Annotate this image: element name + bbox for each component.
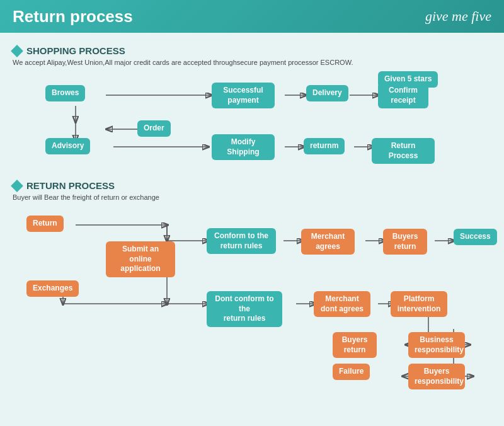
delivery-box: Delivery [306,85,348,101]
main-content: SHOPPING PROCESS We accept Alipay,West U… [0,33,504,398]
page-title: Return process [13,7,133,26]
submit-application-box: Submit an onlineapplication [106,241,175,277]
business-responsibility-box: Businessresponsibility [408,332,465,358]
returnm-box: returnm [304,138,345,154]
successful-payment-box: Successfulpayment [212,83,275,108]
confirm-receipt-box: Confirmreceipt [378,83,428,108]
modify-shipping-box: ModifyShipping [212,134,275,160]
advisory-label: Advisory [45,138,90,154]
order-label: Order [137,120,171,137]
delivery-label: Delivery [306,85,348,101]
business-responsibility-label: Businessresponsibility [408,332,465,358]
failure-box: Failure [333,364,370,380]
returnm-label: returnm [304,138,345,154]
buyers-responsibility-label: Buyersresponsibility [408,364,465,389]
browes-label: Browes [45,85,85,101]
merchant-agrees-label: Merchantagrees [301,229,355,255]
shopping-section-header: SHOPPING PROCESS [13,45,491,56]
platform-intervention-box: Platformintervention [391,291,447,317]
return-desc: Buyer will Bear the freight of return or… [13,193,491,201]
return-box: Return [26,216,64,232]
success-label: Success [454,229,497,245]
merchant-dont-agrees-box: Merchantdont agrees [314,291,370,317]
order-box: Order [137,120,171,137]
platform-intervention-label: Platformintervention [391,291,447,317]
exchanges-box: Exchanges [26,280,79,297]
diamond-icon [11,45,23,57]
confirm-receipt-label: Confirmreceipt [378,83,428,108]
buyers-return-1-label: Buyersreturn [383,229,427,255]
conform-rules-label: Conform to thereturn rules [207,228,276,254]
merchant-dont-agrees-label: Merchantdont agrees [314,291,370,317]
buyers-responsibility-box: Buyersresponsibility [408,364,465,389]
shopping-title: SHOPPING PROCESS [26,45,125,56]
return-section-header: RETURN PROCESS [13,180,491,191]
return-process-label: Return Process [372,138,435,164]
return-label: Return [26,216,64,232]
merchant-agrees-box: Merchantagrees [301,229,355,255]
dont-conform-box: Dont conform to thereturn rules [207,291,282,327]
buyers-return-1-box: Buyersreturn [383,229,427,255]
return-flow: Return Exchanges Submit an onlineapplica… [13,206,491,392]
modify-shipping-label: ModifyShipping [212,134,275,160]
buyers-return-2-label: Buyersreturn [333,332,377,358]
page-header: Return process give me five [0,0,504,33]
shopping-desc: We accept Alipay,West Union,All major cr… [13,59,491,66]
successful-payment-label: Successfulpayment [212,83,275,108]
return-title: RETURN PROCESS [26,180,115,191]
failure-label: Failure [333,364,370,380]
browes-box: Browes [45,85,85,101]
return-process-box: Return Process [372,138,435,164]
diamond-icon-2 [11,180,23,192]
dont-conform-label: Dont conform to thereturn rules [207,291,282,327]
advisory-box: Advisory [45,138,90,154]
header-logo: give me five [425,8,491,25]
submit-application-label: Submit an onlineapplication [106,241,175,277]
buyers-return-2-box: Buyersreturn [333,332,377,358]
success-box: Success [454,229,497,245]
conform-rules-box: Conform to thereturn rules [207,228,276,254]
exchanges-label: Exchanges [26,280,79,297]
shopping-flow: Given 5 stars Browes Successfulpayment D… [13,71,491,175]
